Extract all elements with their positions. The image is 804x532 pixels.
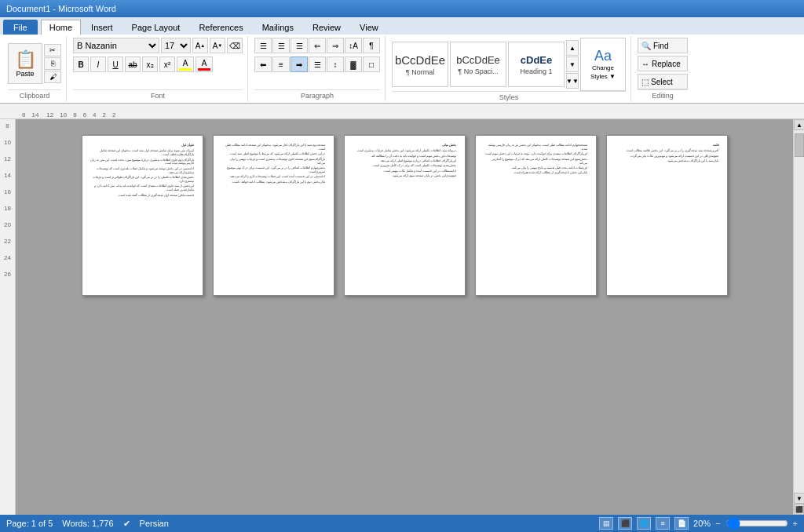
tab-page-layout[interactable]: Page Layout [123, 20, 189, 35]
tab-review[interactable]: Review [304, 20, 349, 35]
increase-font-button[interactable]: A▲ [192, 38, 208, 53]
full-screen-button[interactable]: ⬛ [618, 517, 632, 530]
show-hide-button[interactable]: ¶ [363, 38, 380, 53]
font-family-select[interactable]: B Nazanin [73, 38, 159, 53]
decrease-indent-button[interactable]: ⇐ [309, 38, 326, 53]
underline-button[interactable]: U [108, 56, 123, 72]
format-painter-button[interactable]: 🖌 [44, 71, 61, 83]
title-bar-text: Document1 - Microsoft Word [6, 4, 116, 13]
bold-button[interactable]: B [73, 56, 89, 72]
scrollbar-track[interactable] [794, 130, 804, 493]
title-bar: Document1 - Microsoft Word [0, 0, 804, 17]
ruler: 8 14 12 10 8 6 4 2 2 [0, 104, 804, 119]
copy-button[interactable]: ⎘ [44, 57, 61, 70]
text-highlight-button[interactable]: A [177, 56, 194, 72]
subscript-button[interactable]: x₂ [142, 56, 158, 72]
page-status: Page: 1 of 5 [6, 519, 53, 528]
change-styles-icon: Aa [594, 48, 612, 64]
scrollbar-down-button[interactable]: ▼ [794, 493, 804, 504]
scrollbar-thumb[interactable] [795, 133, 804, 157]
multilevel-button[interactable]: ☰ [291, 38, 308, 53]
align-left-button[interactable]: ⬅ [254, 56, 272, 72]
find-button[interactable]: 🔍 Find [638, 38, 688, 53]
style-heading1-button[interactable]: cDdEe Heading 1 [508, 42, 565, 87]
clipboard-group: 📋 Paste ✂ ⎘ 🖌 Clipboard [3, 36, 67, 101]
text-color-bar [198, 68, 210, 71]
zoom-increase-button[interactable]: + [793, 519, 798, 528]
vertical-scrollbar[interactable]: ▲ ▼ ⬛ [793, 119, 804, 515]
line-spacing-button[interactable]: ↕ [327, 56, 344, 72]
tab-home[interactable]: Home [41, 20, 81, 35]
font-content: B Nazanin 17 A▲ A▼ ⌫ B I U ab x₂ x² A [73, 38, 243, 89]
cut-button[interactable]: ✂ [44, 44, 61, 56]
editing-content: 🔍 Find ↔ Replace ⬚ Select [638, 38, 688, 89]
style-heading1-label: Heading 1 [520, 67, 552, 75]
para-row-1: ☰ ☰ ☰ ⇐ ⇒ ↕A ¶ [254, 38, 380, 53]
styles-scroll-down[interactable]: ▼ [566, 56, 579, 72]
bullets-button[interactable]: ☰ [254, 38, 272, 53]
web-layout-button[interactable]: 🌐 [637, 517, 651, 530]
outline-button[interactable]: ≡ [656, 517, 670, 530]
style-normal-label: ¶ Normal [406, 68, 434, 76]
styles-scroll-up[interactable]: ▲ [566, 40, 579, 56]
clipboard-label: Clipboard [8, 89, 61, 100]
tab-view[interactable]: View [351, 20, 387, 35]
font-row-2: B I U ab x₂ x² A A [73, 56, 213, 72]
page-1: عنوان اول این یک متن نمونه برای نمایش صف… [82, 135, 203, 296]
strikethrough-button[interactable]: ab [125, 56, 141, 72]
scrollbar-up-button[interactable]: ▲ [794, 119, 804, 130]
superscript-button[interactable]: x² [159, 56, 175, 72]
decrease-font-button[interactable]: A▼ [210, 38, 225, 53]
page-5: خاتمه آخرین صفحه سند نتیجه‌گیری را در بر… [606, 135, 728, 296]
page-3-content: بخش میانی در میانه سند، اطلاعات تکمیلی ا… [353, 144, 457, 287]
paste-button[interactable]: 📋 Paste [8, 43, 42, 84]
zoom-slider[interactable] [725, 519, 788, 528]
page-4: صفحه چهارم ادامه مطالب قبلی است. محتوای … [475, 135, 597, 296]
tab-insert[interactable]: Insert [82, 20, 122, 35]
align-right-button[interactable]: ➡ [291, 56, 308, 72]
check-icon: ✔ [123, 519, 130, 529]
pages-row: عنوان اول این یک متن نمونه برای نمایش صف… [82, 135, 728, 499]
language-status: Persian [140, 519, 169, 528]
increase-indent-button[interactable]: ⇒ [327, 38, 344, 53]
align-center-button[interactable]: ≡ [272, 56, 290, 72]
para-row-2: ⬅ ≡ ➡ ☰ ↕ ▓ □ [254, 56, 380, 72]
tab-file[interactable]: File [3, 20, 38, 35]
font-size-select[interactable]: 17 [161, 38, 191, 53]
draft-button[interactable]: 📄 [674, 517, 689, 530]
change-styles-button[interactable]: Aa ChangeStyles ▼ [580, 38, 626, 91]
justify-button[interactable]: ☰ [309, 56, 326, 72]
select-button[interactable]: ⬚ Select [638, 74, 688, 89]
status-bar: Page: 1 of 5 Words: 1,776 ✔ Persian ▤ ⬛ … [0, 515, 804, 532]
text-color-button[interactable]: A [196, 56, 213, 72]
replace-button[interactable]: ↔ Replace [638, 56, 688, 71]
clipboard-content: 📋 Paste ✂ ⎘ 🖌 [8, 38, 61, 89]
shading-button[interactable]: ▓ [345, 56, 362, 72]
italic-button[interactable]: I [90, 56, 106, 72]
ribbon-tabs: File Home Insert Page Layout References … [0, 17, 804, 35]
zoom-decrease-button[interactable]: − [715, 519, 720, 528]
numbering-button[interactable]: ☰ [272, 38, 290, 53]
paragraph-content: ☰ ☰ ☰ ⇐ ⇒ ↕A ¶ ⬅ ≡ ➡ ☰ ↕ ▓ □ [254, 38, 380, 89]
style-nospacing-button[interactable]: bCcDdEe ¶ No Spaci... [450, 42, 506, 87]
tab-references[interactable]: References [190, 20, 251, 35]
scroll-bottom-button[interactable]: ⬛ [794, 504, 804, 515]
styles-expand[interactable]: ▼▼ [566, 73, 579, 89]
ribbon: 📋 Paste ✂ ⎘ 🖌 Clipboard B Nazanin 17 [0, 35, 804, 104]
tab-mailings[interactable]: Mailings [254, 20, 302, 35]
ruler-marks: 8 14 12 10 8 6 4 2 2 [22, 104, 122, 118]
style-normal-button[interactable]: bCcDdEe ¶ Normal [392, 42, 448, 87]
borders-button[interactable]: □ [363, 56, 380, 72]
styles-label: Styles [392, 91, 626, 101]
styles-group: bCcDdEe ¶ Normal bCcDdEe ¶ No Spaci... c… [387, 36, 631, 101]
change-styles-label: ChangeStyles ▼ [590, 64, 616, 81]
clear-format-button[interactable]: ⌫ [227, 38, 243, 53]
print-layout-button[interactable]: ▤ [599, 517, 613, 530]
page-2-content: صفحه دوم سند با این پاراگراف آغاز می‌شود… [221, 144, 326, 287]
style-normal-preview: bCcDdEe [395, 53, 445, 67]
sort-button[interactable]: ↕A [345, 38, 362, 53]
zoom-level: 20% [693, 519, 711, 528]
pages-container[interactable]: عنوان اول این یک متن نمونه برای نمایش صف… [16, 119, 793, 515]
style-heading1-preview: cDdEe [521, 54, 552, 66]
style-nospacing-label: ¶ No Spaci... [458, 67, 498, 75]
